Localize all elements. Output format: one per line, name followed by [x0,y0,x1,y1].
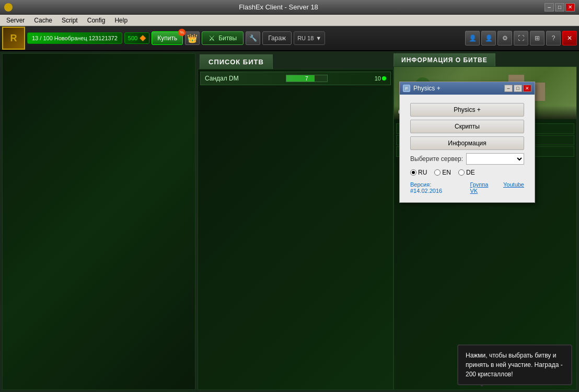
radio-ru[interactable]: RU [410,169,427,176]
popup-close[interactable]: ✕ [523,85,531,92]
toolbar-icons: 👤 👤 ⚙ ⛶ ⊞ ? ✕ [465,31,577,45]
radio-de[interactable]: DE [458,169,475,176]
menu-server[interactable]: Server [2,16,29,25]
maximize-button[interactable]: □ [555,3,564,11]
server-dropdown[interactable] [466,153,524,165]
popup-maximize[interactable]: □ [514,85,522,92]
close-button[interactable]: ✕ [565,3,575,11]
avatar-icon-2[interactable]: 👤 [481,31,496,45]
info-tabs: ИНФОРМАЦИЯ О БИТВЕ [393,53,577,66]
physics-popup: P Physics + – □ ✕ Physics + Скрипты Инфо… [399,82,535,203]
tooltip-box: Нажми, чтобы выбрать битву и принять в н… [457,344,572,385]
server-label: RU 18 [297,35,314,41]
xp-bar: 13 / 100 Новобранец 123121372 [27,32,122,44]
avatar-icon-1[interactable]: 👤 [465,31,480,45]
radio-de-label: DE [466,169,475,176]
menu-help[interactable]: Help [110,16,132,25]
middle-panel: СПИСОК БИТВ Сандал DM 7 10 [198,53,393,390]
radio-en-circle [434,169,441,176]
minimize-button[interactable]: – [545,3,554,11]
rank-symbol: R [10,33,17,44]
crystal-count: 500 [124,32,149,44]
battles-label: Битвы [218,34,237,42]
battles-button[interactable]: ⚔ Битвы [202,31,244,45]
radio-en[interactable]: EN [434,169,451,176]
radio-en-label: EN [442,169,451,176]
tab-battle-info[interactable]: ИНФОРМАЦИЯ О БИТВЕ [393,53,495,66]
tab-battles-list[interactable]: СПИСОК БИТВ [200,54,273,69]
popup-title: Physics + [413,85,501,92]
popup-controls: – □ ✕ [504,85,531,92]
window-controls: – □ ✕ [545,3,575,11]
chevron-down-icon: ▼ [316,35,321,41]
popup-icon: P [403,85,410,92]
right-panel: ИНФОРМАЦИЯ О БИТВЕ Сандал DM Пусто Пусто… [393,53,577,390]
battle-progress-text: 7 [286,75,327,82]
main-content: СПИСОК БИТВ Сандал DM 7 10 ИНФОРМАЦИЯ О … [0,51,579,392]
physics-plus-button[interactable]: Physics + [410,103,524,117]
garage-label: Гараж [268,34,286,42]
window-icon[interactable]: ⊞ [530,31,545,45]
settings-icon[interactable]: ⚙ [497,31,512,45]
title-bar: FlashEx Client - Server 18 – □ ✕ [0,0,579,15]
scripts-button[interactable]: Скрипты [410,120,524,133]
crystal-value: 500 [128,35,137,41]
battle-progress: 7 [286,75,328,82]
garage-button[interactable]: Гараж [262,31,292,45]
wrench-icon: 🔧 [246,31,260,45]
exit-button[interactable]: ✕ [562,31,577,45]
battle-info-panel: Сандал DM Пусто Пусто Пусто Нажми, чтобы… [393,66,577,390]
radio-de-circle [458,169,465,176]
radio-ru-circle [410,169,416,176]
info-button[interactable]: Информация [410,136,524,150]
green-dot [382,76,386,80]
buy-button[interactable]: Купить [152,31,183,45]
toolbar: R 13 / 100 Новобранец 123121372 500 Купи… [0,26,579,51]
battle-max: 10 [375,75,381,82]
popup-minimize[interactable]: – [504,85,513,92]
crown-icon: 👑 [185,31,200,45]
fullscreen-icon[interactable]: ⛶ [514,31,528,45]
battle-list: Сандал DM 7 10 [198,69,393,390]
version-text: Версия: #14.02.2016 [410,181,464,194]
xp-text: 13 / 100 Новобранец 123121372 [32,35,118,41]
popup-footer: Версия: #14.02.2016 Группа VK Youtube [410,181,524,194]
vk-link[interactable]: Группа VK [470,181,497,194]
server-select-row: Выберите сервер: [410,153,524,165]
youtube-link[interactable]: Youtube [503,181,524,194]
sword-icon: ⚔ [209,34,215,42]
menu-config[interactable]: Config [83,16,110,25]
menu-bar: Server Cache Script Config Help [0,15,579,26]
server-selector[interactable]: RU 18 ▼ [294,31,325,45]
popup-body: Physics + Скрипты Информация Выберите се… [400,95,535,202]
menu-cache[interactable]: Cache [30,16,56,25]
tabs-row: СПИСОК БИТВ [198,53,393,69]
battle-players: 10 [375,75,386,82]
left-panel [2,53,195,390]
battle-item[interactable]: Сандал DM 7 10 [200,72,391,85]
window-title: FlashEx Client - Server 18 [13,3,545,11]
help-icon[interactable]: ? [546,31,561,45]
rank-badge: R [2,27,25,50]
tooltip-text: Нажми, чтобы выбрать битву и принять в н… [466,352,563,378]
select-label: Выберите сервер: [410,155,463,163]
app-icon [4,3,13,11]
crystal-icon [140,35,146,41]
battle-name: Сандал DM [205,75,239,82]
menu-script[interactable]: Script [57,16,82,25]
popup-titlebar: P Physics + – □ ✕ [400,82,535,95]
radio-ru-label: RU [418,169,427,176]
radio-row: RU EN DE [410,169,524,176]
